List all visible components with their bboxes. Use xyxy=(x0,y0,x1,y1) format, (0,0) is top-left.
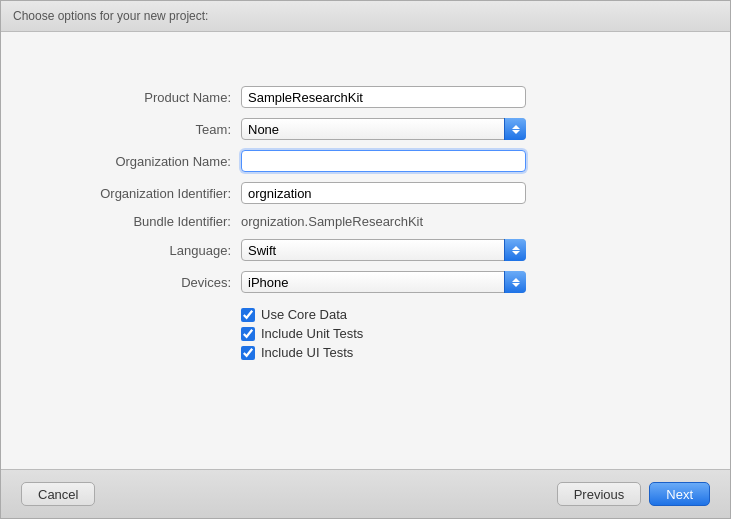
include-ui-tests-row: Include UI Tests xyxy=(241,345,690,360)
org-id-input[interactable] xyxy=(241,182,526,204)
devices-select-wrapper: iPhone iPad Universal xyxy=(241,271,526,293)
include-ui-tests-label: Include UI Tests xyxy=(261,345,353,360)
org-id-control xyxy=(241,182,526,204)
devices-row: Devices: iPhone iPad Universal xyxy=(41,271,690,293)
org-name-control xyxy=(241,150,526,172)
devices-control: iPhone iPad Universal xyxy=(241,271,526,293)
bundle-id-value: orgnization.SampleResearchKit xyxy=(241,212,423,231)
bundle-id-control: orgnization.SampleResearchKit xyxy=(241,214,526,229)
team-label: Team: xyxy=(41,122,241,137)
product-name-control xyxy=(241,86,526,108)
use-core-data-checkbox[interactable] xyxy=(241,308,255,322)
window: Choose options for your new project: Pro… xyxy=(0,0,731,519)
product-name-label: Product Name: xyxy=(41,90,241,105)
include-unit-tests-checkbox[interactable] xyxy=(241,327,255,341)
team-control: None xyxy=(241,118,526,140)
team-select-wrapper: None xyxy=(241,118,526,140)
org-name-input[interactable] xyxy=(241,150,526,172)
next-button[interactable]: Next xyxy=(649,482,710,506)
language-control: Swift Objective-C xyxy=(241,239,526,261)
bottom-bar: Cancel Previous Next xyxy=(1,469,730,518)
language-select[interactable]: Swift Objective-C xyxy=(241,239,526,261)
nav-buttons: Previous Next xyxy=(557,482,710,506)
org-name-label: Organization Name: xyxy=(41,154,241,169)
previous-button[interactable]: Previous xyxy=(557,482,642,506)
form-area: Product Name: Team: None xyxy=(41,86,690,445)
language-row: Language: Swift Objective-C xyxy=(41,239,690,261)
org-id-label: Organization Identifier: xyxy=(41,186,241,201)
title-text: Choose options for your new project: xyxy=(13,9,208,23)
content-area: Product Name: Team: None xyxy=(1,32,730,469)
language-select-wrapper: Swift Objective-C xyxy=(241,239,526,261)
product-name-input[interactable] xyxy=(241,86,526,108)
checkboxes-area: Use Core Data Include Unit Tests Include… xyxy=(241,307,690,364)
devices-select[interactable]: iPhone iPad Universal xyxy=(241,271,526,293)
use-core-data-label: Use Core Data xyxy=(261,307,347,322)
use-core-data-row: Use Core Data xyxy=(241,307,690,322)
language-label: Language: xyxy=(41,243,241,258)
include-unit-tests-label: Include Unit Tests xyxy=(261,326,363,341)
devices-label: Devices: xyxy=(41,275,241,290)
team-row: Team: None xyxy=(41,118,690,140)
org-id-row: Organization Identifier: xyxy=(41,182,690,204)
bundle-id-row: Bundle Identifier: orgnization.SampleRes… xyxy=(41,214,690,229)
title-bar: Choose options for your new project: xyxy=(1,1,730,32)
cancel-button[interactable]: Cancel xyxy=(21,482,95,506)
include-ui-tests-checkbox[interactable] xyxy=(241,346,255,360)
org-name-row: Organization Name: xyxy=(41,150,690,172)
include-unit-tests-row: Include Unit Tests xyxy=(241,326,690,341)
team-select[interactable]: None xyxy=(241,118,526,140)
bundle-id-label: Bundle Identifier: xyxy=(41,214,241,229)
product-name-row: Product Name: xyxy=(41,86,690,108)
